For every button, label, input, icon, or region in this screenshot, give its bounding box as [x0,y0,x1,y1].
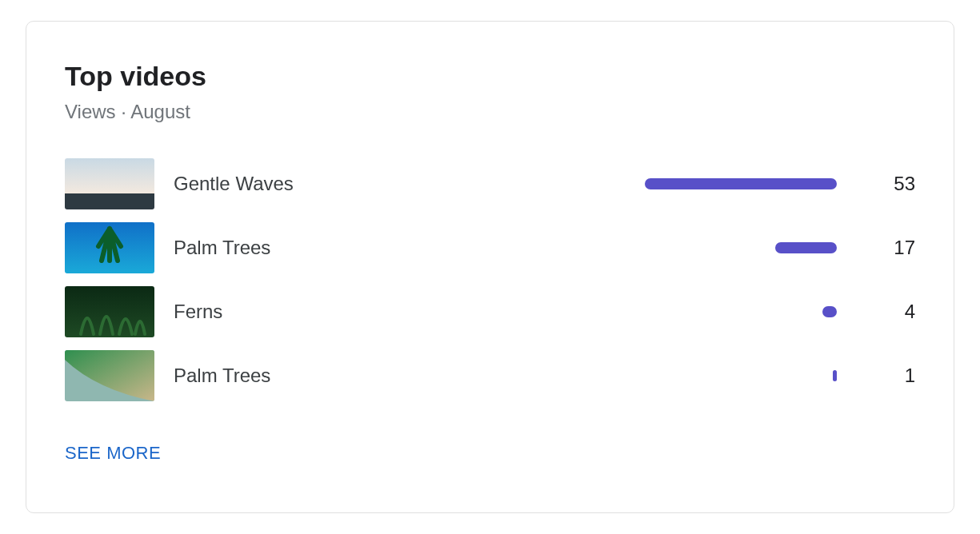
video-title: Ferns [174,301,510,323]
bar-fill [775,242,837,253]
video-views: 4 [843,301,915,323]
svg-rect-0 [65,158,154,193]
video-views: 53 [843,173,915,195]
video-thumbnail [65,158,154,209]
video-views: 1 [843,365,915,387]
video-row[interactable]: Palm Trees 1 [65,350,915,401]
top-videos-card: Top videos Views · August Gentle Waves 5… [26,21,954,513]
video-views: 17 [843,237,915,259]
bar-track [516,306,837,317]
video-title: Palm Trees [174,237,510,259]
video-thumbnail [65,222,154,273]
bar-fill [645,178,837,189]
video-title: Palm Trees [174,365,510,387]
bar-track [516,370,837,381]
bar-track [516,178,837,189]
video-thumbnail [65,286,154,337]
card-title: Top videos [65,60,915,93]
svg-rect-3 [65,286,154,337]
bar-fill [822,306,837,317]
svg-rect-1 [65,193,154,209]
video-row[interactable]: Ferns 4 [65,286,915,337]
video-thumbnail [65,350,154,401]
bar-fill [833,370,837,381]
video-row[interactable]: Palm Trees 17 [65,222,915,273]
video-row[interactable]: Gentle Waves 53 [65,158,915,209]
bar-track [516,242,837,253]
card-subtitle: Views · August [65,101,915,123]
video-rows: Gentle Waves 53 Palm Trees 17 [65,158,915,401]
video-title: Gentle Waves [174,173,510,195]
see-more-link[interactable]: SEE MORE [65,443,161,464]
